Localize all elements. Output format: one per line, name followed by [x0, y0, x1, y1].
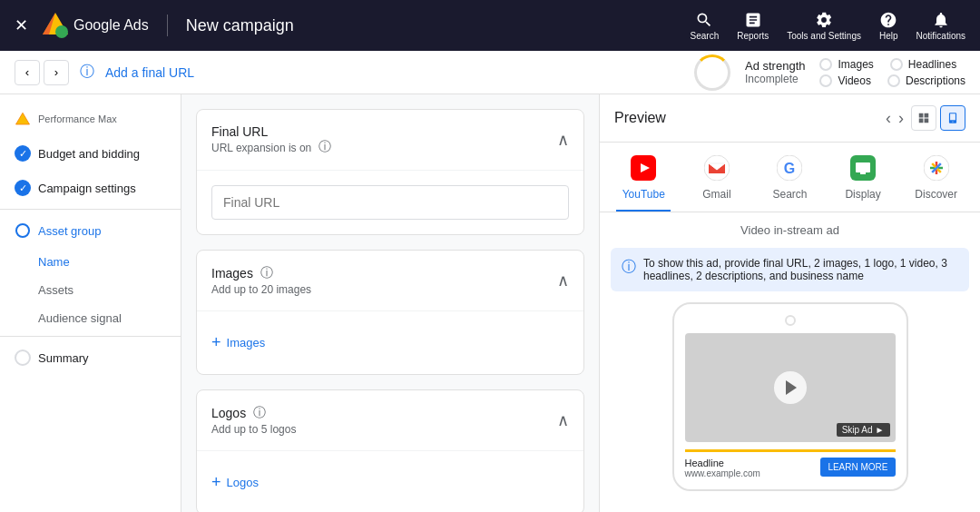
reports-nav-label: Reports — [737, 31, 769, 41]
close-button[interactable]: ✕ — [15, 15, 28, 35]
grid-view-button[interactable] — [911, 105, 936, 131]
preview-prev-arrow[interactable]: ‹ — [886, 109, 891, 128]
ad-strength-status: Incomplete — [745, 73, 806, 85]
url-expansion-info-icon: ⓘ — [318, 139, 331, 155]
sidebar-sub-name-label: Name — [38, 255, 70, 269]
sidebar-separator-2 — [0, 336, 181, 337]
add-images-button[interactable]: + Images — [211, 326, 569, 359]
svg-point-2 — [55, 25, 68, 38]
images-collapse-btn[interactable]: ∧ — [557, 271, 569, 290]
sidebar-item-asset-group-label: Asset group — [38, 224, 101, 238]
final-url-collapse-btn[interactable]: ∧ — [557, 130, 569, 150]
play-button[interactable] — [774, 371, 807, 404]
breadcrumb-arrows: ‹ › — [15, 60, 69, 85]
reports-nav-item[interactable]: Reports — [737, 11, 769, 41]
final-url-section: Final URL URL expansion is on ⓘ ∧ — [196, 109, 584, 235]
headline-row: Headline www.example.com LEARN MORE — [685, 458, 896, 478]
sidebar-item-budget-bidding[interactable]: ✓ Budget and bidding — [0, 136, 181, 171]
svg-marker-3 — [16, 113, 30, 124]
content-area: Final URL URL expansion is on ⓘ ∧ Images — [181, 94, 599, 512]
gmail-platform-icon — [702, 153, 731, 182]
skip-ad-button[interactable]: Skip Ad ► — [837, 423, 890, 437]
logos-collapse-btn[interactable]: ∧ — [557, 410, 569, 430]
preview-panel: Preview ‹ › — [599, 94, 980, 512]
info-banner-text: To show this ad, provide final URL, 2 im… — [643, 257, 958, 282]
tools-nav-item[interactable]: Tools and Settings — [787, 11, 861, 41]
sidebar-sub-assets[interactable]: Assets — [0, 276, 181, 304]
display-platform-icon — [848, 153, 877, 182]
help-icon — [879, 11, 897, 29]
google-ads-logo: Google Ads — [43, 13, 149, 38]
youtube-tab[interactable]: YouTube — [616, 153, 671, 212]
preview-header: Preview ‹ › — [600, 94, 980, 143]
play-triangle-icon — [786, 380, 797, 395]
discover-platform-icon — [922, 153, 951, 182]
tools-icon — [815, 11, 833, 29]
search-icon — [695, 11, 713, 29]
add-final-url-link[interactable]: Add a final URL — [105, 65, 194, 80]
breadcrumb-bar: ‹ › ⓘ Add a final URL Ad strength Incomp… — [0, 51, 980, 94]
images-plus-icon: + — [211, 333, 221, 352]
sidebar-item-budget-label: Budget and bidding — [38, 147, 140, 161]
preview-nav: ‹ › — [886, 105, 965, 131]
preview-next-arrow[interactable]: › — [898, 109, 904, 128]
notifications-nav-label: Notifications — [916, 31, 965, 41]
platform-tabs: YouTube Gmail — [600, 143, 980, 212]
sidebar-item-campaign-settings[interactable]: ✓ Campaign settings — [0, 171, 181, 205]
gmail-tab[interactable]: Gmail — [690, 153, 744, 212]
display-url: www.example.com — [685, 468, 760, 478]
search-nav-item[interactable]: Search — [691, 11, 720, 41]
logos-title-row: Logos ⓘ — [211, 405, 296, 421]
discover-tab[interactable]: Discover — [909, 153, 964, 212]
logos-plus-icon: + — [211, 473, 221, 492]
display-icon — [850, 155, 876, 181]
final-url-input[interactable] — [211, 185, 569, 220]
images-asset-row: Images Headlines — [819, 58, 965, 71]
final-url-header: Final URL URL expansion is on ⓘ ∧ — [197, 110, 583, 171]
add-logos-button[interactable]: + Logos — [211, 466, 569, 499]
images-asset-label: Images — [838, 58, 873, 71]
descriptions-radio — [887, 74, 900, 87]
svg-rect-10 — [856, 162, 870, 172]
sidebar-sub-audience-signal[interactable]: Audience signal — [0, 304, 181, 332]
breadcrumb-info-icon: ⓘ — [80, 63, 94, 82]
preview-content: Video in-stream ad ⓘ To show this ad, pr… — [600, 212, 980, 512]
sidebar-sub-name[interactable]: Name — [0, 248, 181, 276]
logos-header: Logos ⓘ Add up to 5 logos ∧ — [197, 390, 583, 451]
search-tab[interactable]: G Search — [762, 153, 817, 212]
back-arrow-button[interactable]: ‹ — [15, 60, 40, 85]
logo-text: Google Ads — [74, 17, 149, 34]
mobile-icon — [946, 112, 959, 124]
youtube-tab-label: YouTube — [622, 188, 665, 201]
headlines-radio — [890, 58, 903, 71]
logos-title: Logos — [211, 406, 246, 420]
images-title-row: Images ⓘ — [211, 265, 311, 281]
learn-more-button[interactable]: LEARN MORE — [820, 458, 895, 477]
settings-check-icon: ✓ — [15, 180, 31, 196]
sidebar-item-asset-group[interactable]: Asset group — [0, 213, 181, 248]
info-banner: ⓘ To show this ad, provide final URL, 2 … — [611, 248, 969, 291]
final-url-title-row: Final URL — [211, 124, 331, 139]
sidebar-separator — [0, 209, 181, 210]
sidebar-item-performance-max-label: Performance Max — [38, 113, 117, 124]
notifications-nav-item[interactable]: Notifications — [916, 11, 965, 41]
performance-max-icon — [15, 111, 31, 127]
mobile-view-button[interactable] — [940, 105, 965, 131]
summary-circle-icon — [15, 350, 31, 366]
sidebar-item-summary[interactable]: Summary — [0, 340, 181, 375]
main-layout: Performance Max ✓ Budget and bidding ✓ C… — [0, 94, 980, 512]
svg-rect-6 — [704, 155, 730, 181]
sidebar-item-performance-max[interactable]: Performance Max — [0, 102, 181, 136]
help-nav-item[interactable]: Help — [879, 11, 898, 41]
display-tab[interactable]: Display — [836, 153, 890, 212]
logos-section: Logos ⓘ Add up to 5 logos ∧ + Logos — [196, 389, 584, 512]
skip-ad-label: Skip Ad — [842, 425, 873, 435]
images-info-icon: ⓘ — [260, 265, 273, 281]
search-tab-label: Search — [772, 188, 807, 201]
nav-divider — [167, 15, 168, 36]
final-url-title: Final URL — [211, 124, 268, 139]
yellow-progress-bar — [685, 449, 896, 452]
ad-strength-circle — [694, 54, 730, 91]
youtube-platform-icon — [629, 153, 658, 182]
forward-arrow-button[interactable]: › — [44, 60, 69, 85]
